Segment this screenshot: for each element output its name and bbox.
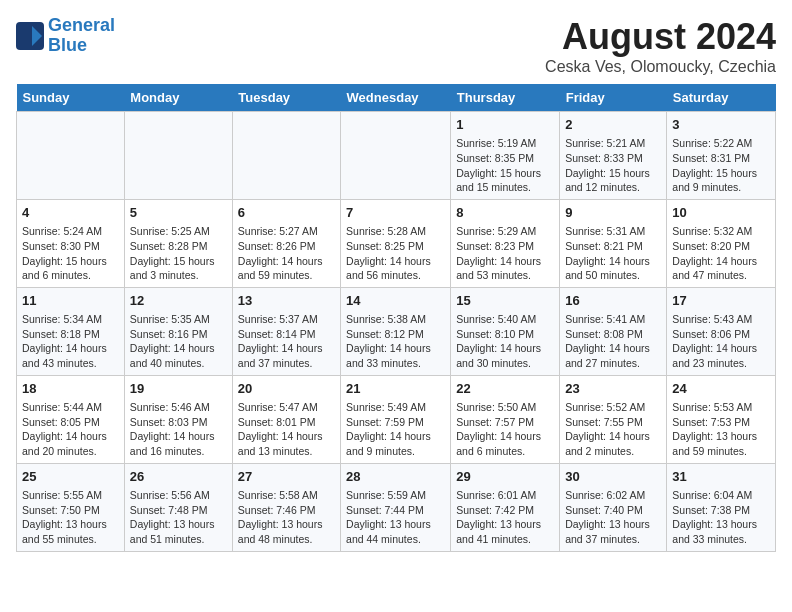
day-detail: Sunrise: 5:37 AM: [238, 312, 335, 327]
day-detail: and 33 minutes.: [672, 532, 770, 547]
day-detail: Sunrise: 5:40 AM: [456, 312, 554, 327]
day-detail: Sunset: 8:12 PM: [346, 327, 445, 342]
day-number: 3: [672, 116, 770, 134]
day-number: 22: [456, 380, 554, 398]
day-cell: 18Sunrise: 5:44 AMSunset: 8:05 PMDayligh…: [17, 375, 125, 463]
day-cell: 8Sunrise: 5:29 AMSunset: 8:23 PMDaylight…: [451, 199, 560, 287]
day-detail: Daylight: 14 hours: [672, 341, 770, 356]
day-detail: and 37 minutes.: [238, 356, 335, 371]
day-detail: Sunset: 7:42 PM: [456, 503, 554, 518]
day-detail: Daylight: 15 hours: [130, 254, 227, 269]
day-number: 23: [565, 380, 661, 398]
day-detail: Sunrise: 5:27 AM: [238, 224, 335, 239]
day-detail: Sunrise: 5:32 AM: [672, 224, 770, 239]
day-cell: 10Sunrise: 5:32 AMSunset: 8:20 PMDayligh…: [667, 199, 776, 287]
day-detail: and 30 minutes.: [456, 356, 554, 371]
page-header: General Blue August 2024 Ceska Ves, Olom…: [16, 16, 776, 76]
weekday-header-saturday: Saturday: [667, 84, 776, 112]
day-detail: Sunset: 8:30 PM: [22, 239, 119, 254]
day-number: 28: [346, 468, 445, 486]
day-detail: and 59 minutes.: [238, 268, 335, 283]
day-detail: and 47 minutes.: [672, 268, 770, 283]
day-detail: and 23 minutes.: [672, 356, 770, 371]
day-detail: Sunset: 8:28 PM: [130, 239, 227, 254]
day-cell: 6Sunrise: 5:27 AMSunset: 8:26 PMDaylight…: [232, 199, 340, 287]
day-detail: Sunset: 7:38 PM: [672, 503, 770, 518]
day-detail: and 53 minutes.: [456, 268, 554, 283]
day-cell: 16Sunrise: 5:41 AMSunset: 8:08 PMDayligh…: [560, 287, 667, 375]
day-number: 15: [456, 292, 554, 310]
day-cell: 23Sunrise: 5:52 AMSunset: 7:55 PMDayligh…: [560, 375, 667, 463]
day-detail: and 6 minutes.: [22, 268, 119, 283]
day-detail: Sunset: 8:23 PM: [456, 239, 554, 254]
day-detail: Daylight: 13 hours: [672, 429, 770, 444]
day-detail: and 20 minutes.: [22, 444, 119, 459]
day-detail: Sunrise: 5:46 AM: [130, 400, 227, 415]
day-detail: Sunrise: 5:52 AM: [565, 400, 661, 415]
day-cell: 7Sunrise: 5:28 AMSunset: 8:25 PMDaylight…: [341, 199, 451, 287]
day-detail: Sunrise: 5:22 AM: [672, 136, 770, 151]
day-detail: and 3 minutes.: [130, 268, 227, 283]
day-detail: Daylight: 14 hours: [238, 254, 335, 269]
day-detail: Sunset: 8:06 PM: [672, 327, 770, 342]
day-detail: and 59 minutes.: [672, 444, 770, 459]
day-cell: 1Sunrise: 5:19 AMSunset: 8:35 PMDaylight…: [451, 112, 560, 200]
day-cell: 5Sunrise: 5:25 AMSunset: 8:28 PMDaylight…: [124, 199, 232, 287]
month-title: August 2024: [545, 16, 776, 58]
day-cell: 9Sunrise: 5:31 AMSunset: 8:21 PMDaylight…: [560, 199, 667, 287]
day-detail: and 9 minutes.: [672, 180, 770, 195]
day-detail: Daylight: 14 hours: [565, 429, 661, 444]
day-detail: Sunset: 7:55 PM: [565, 415, 661, 430]
weekday-header-thursday: Thursday: [451, 84, 560, 112]
weekday-header-row: SundayMondayTuesdayWednesdayThursdayFrid…: [17, 84, 776, 112]
day-cell: 26Sunrise: 5:56 AMSunset: 7:48 PMDayligh…: [124, 463, 232, 551]
day-number: 10: [672, 204, 770, 222]
day-detail: Daylight: 13 hours: [22, 517, 119, 532]
day-detail: Daylight: 14 hours: [456, 254, 554, 269]
day-detail: and 15 minutes.: [456, 180, 554, 195]
logo: General Blue: [16, 16, 115, 56]
day-detail: and 41 minutes.: [456, 532, 554, 547]
day-number: 31: [672, 468, 770, 486]
day-detail: Sunrise: 5:47 AM: [238, 400, 335, 415]
day-number: 2: [565, 116, 661, 134]
day-cell: 14Sunrise: 5:38 AMSunset: 8:12 PMDayligh…: [341, 287, 451, 375]
day-detail: Sunrise: 5:24 AM: [22, 224, 119, 239]
day-detail: Sunset: 8:05 PM: [22, 415, 119, 430]
day-cell: 2Sunrise: 5:21 AMSunset: 8:33 PMDaylight…: [560, 112, 667, 200]
day-detail: Daylight: 14 hours: [130, 341, 227, 356]
day-detail: Sunset: 7:53 PM: [672, 415, 770, 430]
weekday-header-wednesday: Wednesday: [341, 84, 451, 112]
day-detail: Sunrise: 5:44 AM: [22, 400, 119, 415]
day-cell: 27Sunrise: 5:58 AMSunset: 7:46 PMDayligh…: [232, 463, 340, 551]
day-detail: Sunrise: 5:21 AM: [565, 136, 661, 151]
week-row-2: 4Sunrise: 5:24 AMSunset: 8:30 PMDaylight…: [17, 199, 776, 287]
day-detail: Daylight: 14 hours: [456, 341, 554, 356]
day-detail: Sunrise: 5:41 AM: [565, 312, 661, 327]
day-detail: Daylight: 15 hours: [672, 166, 770, 181]
weekday-header-sunday: Sunday: [17, 84, 125, 112]
day-detail: Sunrise: 6:04 AM: [672, 488, 770, 503]
day-number: 9: [565, 204, 661, 222]
day-detail: Daylight: 13 hours: [456, 517, 554, 532]
day-detail: Sunset: 8:03 PM: [130, 415, 227, 430]
logo-text: General Blue: [48, 16, 115, 56]
day-cell: [232, 112, 340, 200]
day-detail: and 55 minutes.: [22, 532, 119, 547]
day-detail: Sunrise: 5:25 AM: [130, 224, 227, 239]
weekday-header-tuesday: Tuesday: [232, 84, 340, 112]
day-detail: and 13 minutes.: [238, 444, 335, 459]
day-detail: Sunrise: 5:31 AM: [565, 224, 661, 239]
day-detail: Daylight: 15 hours: [456, 166, 554, 181]
day-detail: Sunrise: 5:19 AM: [456, 136, 554, 151]
day-detail: Sunset: 8:18 PM: [22, 327, 119, 342]
day-cell: 22Sunrise: 5:50 AMSunset: 7:57 PMDayligh…: [451, 375, 560, 463]
day-cell: 19Sunrise: 5:46 AMSunset: 8:03 PMDayligh…: [124, 375, 232, 463]
day-cell: 3Sunrise: 5:22 AMSunset: 8:31 PMDaylight…: [667, 112, 776, 200]
day-cell: 31Sunrise: 6:04 AMSunset: 7:38 PMDayligh…: [667, 463, 776, 551]
week-row-4: 18Sunrise: 5:44 AMSunset: 8:05 PMDayligh…: [17, 375, 776, 463]
day-number: 20: [238, 380, 335, 398]
day-detail: Sunrise: 5:58 AM: [238, 488, 335, 503]
day-detail: Daylight: 14 hours: [22, 429, 119, 444]
day-detail: and 2 minutes.: [565, 444, 661, 459]
